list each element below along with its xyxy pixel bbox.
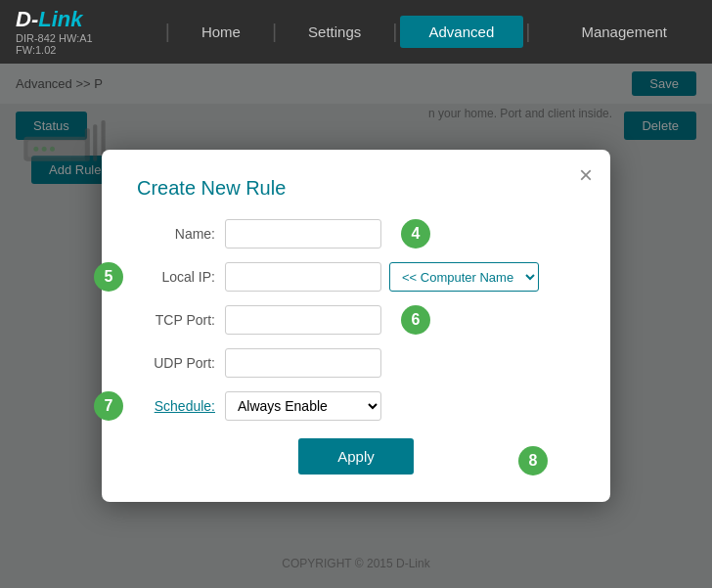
tcp-port-row: TCP Port: 6	[137, 305, 575, 335]
badge-8: 8	[518, 446, 548, 475]
badge-5: 5	[94, 262, 123, 292]
badge-4: 4	[401, 219, 430, 249]
name-input[interactable]	[225, 219, 381, 249]
create-rule-modal: × Create New Rule Name: 4 5 Local IP: <<…	[102, 150, 610, 502]
logo-area: D-Link DIR-842 HW:A1 FW:1.02	[16, 9, 124, 56]
modal-title: Create New Rule	[137, 177, 575, 200]
udp-port-label: UDP Port:	[137, 355, 225, 371]
apply-button[interactable]: Apply	[298, 438, 414, 475]
nav-sep-1: |	[165, 21, 170, 43]
udp-port-input[interactable]	[225, 348, 381, 378]
page-bg: Advanced >> P Save Status Delete Add Rul…	[0, 64, 712, 588]
name-row: Name: 4	[137, 219, 575, 249]
nav-sep-2: |	[272, 21, 277, 43]
modal-overlay: × Create New Rule Name: 4 5 Local IP: <<…	[0, 64, 712, 588]
name-label: Name:	[137, 226, 225, 242]
badge-7: 7	[94, 391, 123, 421]
udp-port-row: UDP Port:	[137, 348, 575, 378]
computer-name-dropdown-area: << Computer Name	[389, 262, 539, 292]
close-modal-button[interactable]: ×	[579, 163, 593, 187]
schedule-row: 7 Schedule: Always Enable	[137, 391, 575, 421]
nav-links: | Home | Settings | Advanced | Managemen…	[163, 16, 696, 48]
schedule-link[interactable]: Schedule:	[137, 398, 225, 414]
navbar: D-Link DIR-842 HW:A1 FW:1.02 | Home | Se…	[0, 0, 712, 64]
local-ip-row: 5 Local IP: << Computer Name	[137, 262, 575, 292]
logo-model: DIR-842 HW:A1 FW:1.02	[16, 32, 124, 56]
schedule-select[interactable]: Always Enable	[225, 391, 381, 421]
local-ip-label: Local IP:	[137, 269, 225, 285]
computer-name-select[interactable]: << Computer Name	[389, 262, 539, 292]
nav-settings[interactable]: Settings	[279, 16, 390, 48]
nav-advanced[interactable]: Advanced	[400, 16, 524, 48]
badge-6: 6	[401, 305, 430, 335]
nav-home[interactable]: Home	[172, 16, 270, 48]
local-ip-input[interactable]	[225, 262, 381, 292]
tcp-port-input[interactable]	[225, 305, 381, 335]
apply-row: Apply 8	[137, 438, 575, 475]
tcp-port-label: TCP Port:	[137, 312, 225, 328]
logo-text: D-Link	[16, 9, 124, 30]
nav-sep-4: |	[525, 21, 530, 43]
nav-management[interactable]: Management	[552, 16, 696, 48]
nav-sep-3: |	[392, 21, 397, 43]
